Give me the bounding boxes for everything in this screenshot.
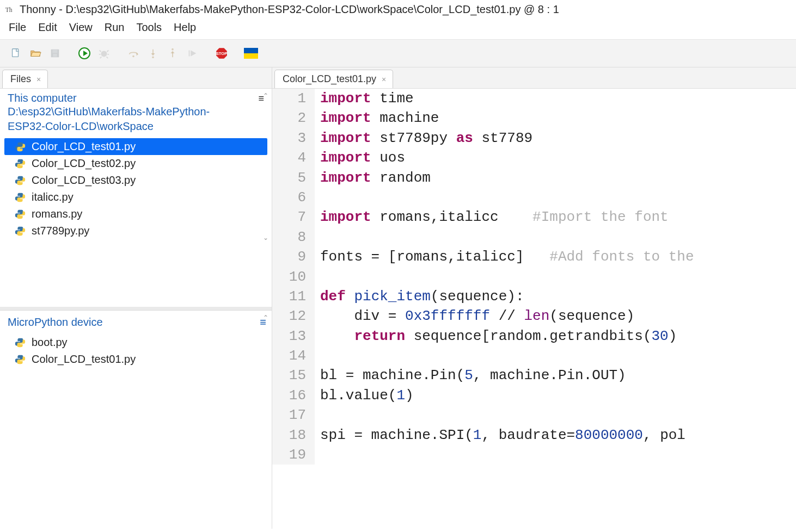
window-titlebar: Th Thonny - D:\esp32\GitHub\Makerfabs-Ma… <box>0 0 796 18</box>
code-content[interactable]: def pick_item(sequence): <box>315 287 524 306</box>
code-content[interactable]: bl.value(1) <box>315 386 414 405</box>
line-number: 2 <box>272 108 315 128</box>
scroll-up-caret-icon[interactable]: ⌃ <box>261 313 271 323</box>
files-path[interactable]: D:\esp32\GitHub\Makerfabs-MakePython-ESP… <box>8 104 215 134</box>
file-name-label: italicc.py <box>32 191 74 203</box>
file-name-label: st7789py.py <box>32 225 89 237</box>
code-content[interactable] <box>315 346 329 366</box>
menu-tools[interactable]: Tools <box>133 20 165 35</box>
code-line[interactable]: 2import machine <box>272 108 796 128</box>
step-over-icon[interactable] <box>125 45 142 61</box>
line-number: 19 <box>272 445 315 465</box>
stop-icon[interactable]: STOP <box>213 45 230 61</box>
code-line[interactable]: 15bl = machine.Pin(5, machine.Pin.OUT) <box>272 366 796 385</box>
code-content[interactable]: import st7789py as st7789 <box>315 128 532 148</box>
computer-file-item[interactable]: Color_LCD_test02.py <box>4 155 267 172</box>
python-file-icon <box>14 175 26 187</box>
menu-file[interactable]: File <box>5 20 29 35</box>
close-icon[interactable]: × <box>36 75 41 84</box>
menu-view[interactable]: View <box>66 20 96 35</box>
code-content[interactable]: import romans,italicc #Import the font <box>315 207 669 227</box>
code-content[interactable] <box>315 445 329 465</box>
code-line[interactable]: 6 <box>272 188 796 207</box>
step-into-icon[interactable] <box>145 45 161 61</box>
run-icon[interactable] <box>76 45 93 61</box>
code-line[interactable]: 19 <box>272 445 796 465</box>
code-line[interactable]: 11def pick_item(sequence): <box>272 287 796 306</box>
computer-file-item[interactable]: Color_LCD_test01.py <box>4 138 267 155</box>
line-number: 9 <box>272 247 315 267</box>
code-line[interactable]: 17 <box>272 405 796 425</box>
code-line[interactable]: 16bl.value(1) <box>272 386 796 405</box>
code-line[interactable]: 7import romans,italicc #Import the font <box>272 207 796 227</box>
code-line[interactable]: 8 <box>272 227 796 247</box>
code-line[interactable]: 13 return sequence[random.getrandbits(30… <box>272 326 796 346</box>
code-content[interactable]: import uos <box>315 148 405 168</box>
toolbar: STOP <box>0 40 796 67</box>
code-line[interactable]: 5import random <box>272 168 796 188</box>
save-icon[interactable] <box>47 45 63 61</box>
svg-rect-3 <box>52 50 57 53</box>
window-title: Thonny - D:\esp32\GitHub\Makerfabs-MakeP… <box>20 3 559 16</box>
open-file-icon[interactable] <box>27 45 44 61</box>
line-number: 11 <box>272 287 315 306</box>
scroll-down-caret-icon[interactable]: ⌄ <box>261 233 271 243</box>
code-content[interactable] <box>315 267 329 287</box>
step-out-icon[interactable] <box>164 45 181 61</box>
tab-editor-file[interactable]: Color_LCD_test01.py × <box>274 70 393 88</box>
computer-file-item[interactable]: st7789py.py <box>4 222 267 239</box>
code-content[interactable]: div = 0x3fffffff // len(sequence) <box>315 306 634 326</box>
new-file-icon[interactable] <box>8 45 24 61</box>
computer-file-item[interactable]: romans.py <box>4 206 267 222</box>
resume-icon[interactable] <box>184 45 200 61</box>
menu-help[interactable]: Help <box>170 20 199 35</box>
computer-file-item[interactable]: Color_LCD_test03.py <box>4 172 267 189</box>
code-content[interactable] <box>315 227 329 247</box>
code-editor[interactable]: 1import time2import machine3import st778… <box>272 89 796 529</box>
tab-files[interactable]: Files × <box>2 70 48 88</box>
code-content[interactable]: bl = machine.Pin(5, machine.Pin.OUT) <box>315 366 626 385</box>
tab-files-label: Files <box>10 73 31 85</box>
device-file-item[interactable]: Color_LCD_test01.py <box>4 351 267 368</box>
close-icon[interactable]: × <box>382 75 386 84</box>
code-content[interactable]: import time <box>315 89 414 108</box>
python-file-icon <box>14 337 26 349</box>
flag-ukraine-icon[interactable] <box>243 45 259 61</box>
line-number: 12 <box>272 306 315 326</box>
code-content[interactable] <box>315 188 329 207</box>
device-heading[interactable]: MicroPython device <box>8 316 103 329</box>
svg-point-7 <box>101 51 107 57</box>
thonny-app-icon: Th <box>4 4 15 15</box>
device-panel: ⌃ MicroPython device ≡ boot.pyColor_LCD_… <box>0 310 272 529</box>
menu-run[interactable]: Run <box>101 20 128 35</box>
code-line[interactable]: 1import time <box>272 89 796 108</box>
code-line[interactable]: 10 <box>272 267 796 287</box>
code-line[interactable]: 9fonts = [romans,italicc] #Add fonts to … <box>272 247 796 267</box>
code-content[interactable]: fonts = [romans,italicc] #Add fonts to t… <box>315 247 694 267</box>
code-line[interactable]: 3import st7789py as st7789 <box>272 128 796 148</box>
debug-icon[interactable] <box>96 45 112 61</box>
code-content[interactable] <box>315 405 329 425</box>
line-number: 1 <box>272 89 315 108</box>
code-content[interactable]: import machine <box>315 108 439 128</box>
file-name-label: Color_LCD_test03.py <box>32 174 136 187</box>
line-number: 8 <box>272 227 315 247</box>
line-number: 13 <box>272 326 315 346</box>
device-file-list: boot.pyColor_LCD_test01.py <box>0 332 272 373</box>
computer-file-item[interactable]: italicc.py <box>4 189 267 206</box>
code-content[interactable]: import random <box>315 168 431 188</box>
files-heading[interactable]: This computer <box>8 92 215 104</box>
code-content[interactable]: spi = machine.SPI(1, baudrate=80000000, … <box>315 425 685 445</box>
menu-edit[interactable]: Edit <box>35 20 60 35</box>
code-line[interactable]: 4import uos <box>272 148 796 168</box>
device-file-item[interactable]: boot.py <box>4 334 267 351</box>
code-line[interactable]: 18spi = machine.SPI(1, baudrate=80000000… <box>272 425 796 445</box>
python-file-icon <box>14 354 26 366</box>
svg-rect-14 <box>189 51 190 57</box>
line-number: 18 <box>272 425 315 445</box>
line-number: 3 <box>272 128 315 148</box>
scroll-up-caret-icon[interactable]: ⌃ <box>261 91 271 101</box>
code-line[interactable]: 14 <box>272 346 796 366</box>
code-line[interactable]: 12 div = 0x3fffffff // len(sequence) <box>272 306 796 326</box>
code-content[interactable]: return sequence[random.getrandbits(30) <box>315 326 677 346</box>
